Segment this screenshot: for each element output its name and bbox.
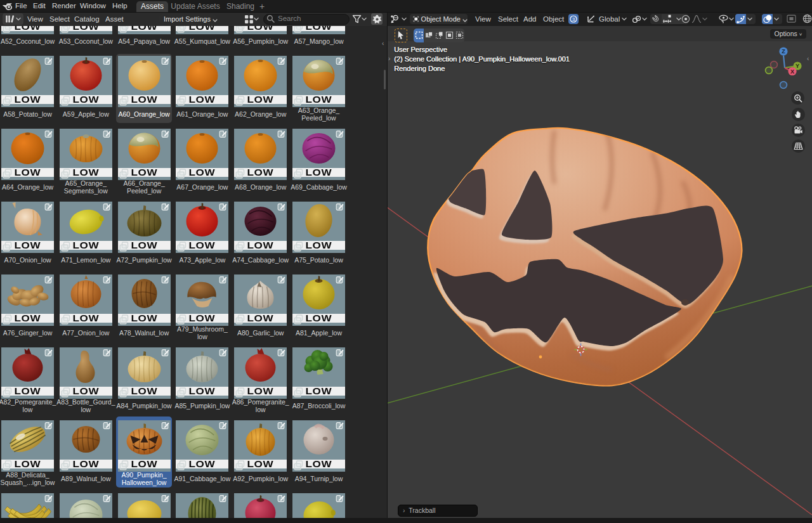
svg-text:3: 3 (572, 16, 575, 22)
svg-text:X: X (790, 68, 794, 75)
svg-text:Z: Z (782, 48, 785, 55)
svg-text:Y: Y (796, 63, 799, 69)
